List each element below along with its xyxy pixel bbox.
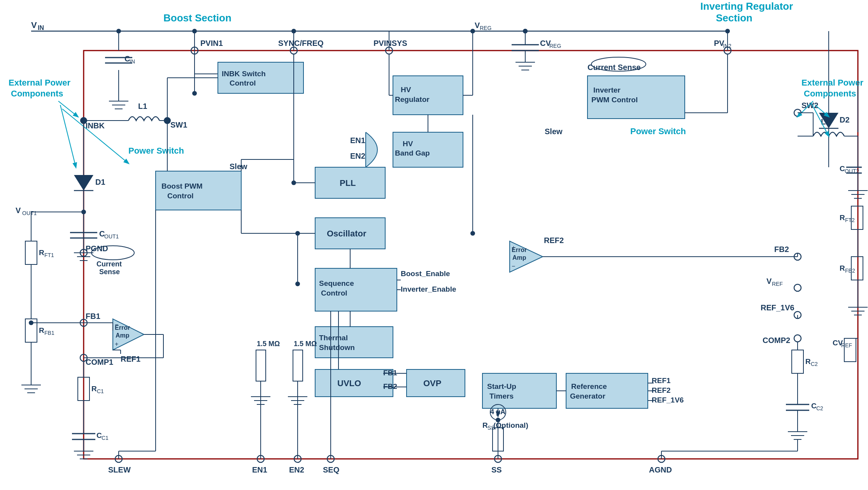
- cc2-sub: C2: [816, 405, 823, 411]
- seq-ctrl-label2: Control: [321, 289, 347, 297]
- sync-freq-label: SYNC/FREQ: [278, 39, 324, 47]
- circuit-diagram: Boost Section Inverting Regulator Sectio…: [0, 0, 868, 490]
- thermal-sd-label2: Shutdown: [319, 343, 355, 352]
- l1-label: L1: [138, 102, 147, 110]
- inv-pwm-label: Inverter: [593, 86, 621, 94]
- inv-pwm-label2: PWM Control: [591, 96, 638, 104]
- rft2-sub: FT2: [845, 217, 855, 223]
- sw1-label: SW1: [170, 121, 187, 129]
- startup-label2: Timers: [489, 392, 514, 400]
- cc1-label: C: [96, 431, 102, 439]
- svg-point-225: [470, 231, 475, 236]
- pvin1-label: PVIN1: [200, 39, 223, 47]
- ext-power-left-label2: Components: [11, 89, 63, 98]
- cvref-sub: REF: [841, 342, 852, 348]
- d1-label: D1: [95, 178, 105, 186]
- rss-label: R: [482, 421, 488, 429]
- en1-in-label: EN1: [350, 136, 365, 145]
- inverting-section-label2: Section: [716, 12, 752, 24]
- power-switch-left-label: Power Switch: [128, 146, 184, 156]
- main-container: Boost Section Inverting Regulator Sectio…: [0, 0, 868, 490]
- rfb2-sub: FB2: [845, 268, 855, 274]
- pvin2-sub: IN2: [723, 43, 731, 49]
- en2-in-label: EN2: [350, 152, 365, 160]
- svg-point-201: [523, 29, 528, 33]
- boost-enable-label: Boost_Enable: [401, 270, 450, 278]
- cc2-label: C: [811, 402, 817, 410]
- cc1-sub: C1: [102, 435, 109, 441]
- inbk-switch-label2: Control: [230, 79, 256, 87]
- en2-pin-label: EN2: [289, 466, 304, 474]
- pll-label: PLL: [340, 178, 356, 188]
- seq-pin-label: SEQ: [323, 466, 339, 474]
- cout1-sub: OUT1: [104, 233, 119, 240]
- startup-label: Start-Up: [487, 382, 516, 390]
- vin-sub: IN: [38, 24, 44, 31]
- d2-label: D2: [840, 116, 850, 124]
- svg-rect-61: [156, 171, 241, 210]
- current-sense-left-label: Current: [96, 260, 122, 268]
- fb1-label: FB1: [86, 312, 100, 320]
- svg-text:−: −: [512, 263, 515, 270]
- ref1v6-label: REF_1V6: [761, 303, 794, 312]
- ref1v6-out-label: REF_1V6: [652, 396, 684, 404]
- hv-reg-label2: Regulator: [395, 95, 430, 103]
- svg-text:−: −: [115, 321, 118, 328]
- ref-gen-label2: Generator: [570, 392, 605, 400]
- oscillator-label: Oscillator: [327, 229, 366, 238]
- rc2-sub: C2: [811, 361, 818, 367]
- boost-pwm-label: Boost PWM: [161, 182, 203, 190]
- inbk-label: INBK: [86, 121, 105, 130]
- fb1-ovp-label: FB1: [383, 369, 397, 377]
- ext-power-left-label: External Power: [9, 78, 70, 88]
- slew-pin-label: SLEW: [108, 466, 131, 474]
- ref1-label: REF1: [121, 355, 140, 363]
- thermal-sd-label: Thermal: [319, 334, 348, 342]
- inbk-switch-label: INBK Switch: [222, 70, 266, 78]
- svg-point-170: [291, 180, 296, 185]
- svg-point-189: [496, 418, 500, 422]
- boost-section-label: Boost Section: [163, 12, 231, 24]
- hv-bg-label2: Band Gap: [395, 149, 430, 157]
- slew-label-left: Slew: [230, 162, 247, 171]
- inverting-section-label: Inverting Regulator: [700, 0, 793, 12]
- svg-point-216: [295, 282, 300, 286]
- fb2-label: FB2: [774, 245, 789, 254]
- cout2-sub: OUT2: [845, 168, 859, 174]
- rft2-label: R: [840, 214, 845, 222]
- rft1-sub: FT1: [44, 252, 54, 258]
- error-amp-right-label2: Amp: [512, 254, 526, 261]
- error-amp-left-label2: Amp: [116, 332, 130, 339]
- svg-rect-19: [218, 62, 303, 93]
- res-1m5-left: 1.5 MΩ: [257, 340, 280, 348]
- slew-label-right: Slew: [545, 127, 563, 136]
- svg-rect-0: [0, 0, 868, 490]
- vref-label: V: [766, 277, 772, 285]
- cvreg-sub: REG: [549, 43, 561, 49]
- rfb1-label: R: [39, 326, 44, 334]
- vreg-sub: REG: [480, 25, 491, 31]
- cin-sub: IN: [130, 58, 135, 65]
- rc2-label: R: [805, 357, 811, 366]
- cout2-label: C: [840, 164, 845, 173]
- svg-point-47: [29, 320, 33, 325]
- ref2-out-label: REF2: [652, 386, 671, 394]
- en1-pin-label: EN1: [252, 466, 267, 474]
- pvinsys-label: PVINSYS: [374, 39, 407, 47]
- vin-label: V: [31, 20, 37, 30]
- agnd-pin-label: AGND: [649, 466, 672, 474]
- rft1-label: R: [39, 248, 44, 257]
- ss-pin-label: SS: [491, 466, 502, 474]
- hv-reg-label: HV: [401, 86, 411, 94]
- ext-power-right-label: External Power: [801, 78, 863, 88]
- ref1-out-label: REF1: [652, 376, 671, 385]
- ovp-label: OVP: [423, 378, 441, 388]
- comp2-label: COMP2: [763, 336, 790, 345]
- uvlo-label: UVLO: [337, 378, 361, 388]
- power-switch-right-label: Power Switch: [630, 126, 686, 136]
- svg-text:+: +: [115, 341, 118, 347]
- comp1-label: COMP1: [86, 358, 113, 366]
- ref2-near-amp-label: REF2: [544, 236, 564, 245]
- seq-ctrl-label: Sequence: [319, 279, 354, 287]
- current-sense-left-label2: Sense: [99, 268, 120, 276]
